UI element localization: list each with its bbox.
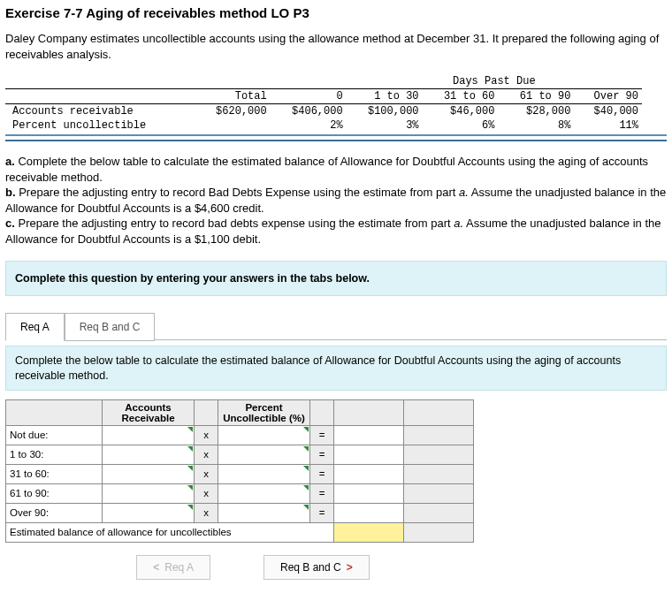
input-pct-not-due[interactable] bbox=[218, 425, 310, 445]
input-pct-1-30[interactable] bbox=[218, 445, 310, 464]
dropdown-icon bbox=[303, 485, 309, 491]
times-icon: x bbox=[195, 503, 218, 522]
prev-label: Req A bbox=[164, 561, 194, 574]
row-pct-label: Percent uncollectible bbox=[5, 118, 195, 133]
pct-0: 2% bbox=[271, 118, 347, 133]
instruction-panel: Complete this question by entering your … bbox=[5, 261, 667, 296]
row-not-due: Not due: bbox=[6, 425, 103, 445]
row-61-90: 61 to 90: bbox=[6, 483, 103, 503]
tab-req-a[interactable]: Req A bbox=[5, 313, 65, 341]
equals-icon: = bbox=[310, 483, 334, 503]
dropdown-icon bbox=[303, 466, 309, 471]
col-total: Total bbox=[195, 89, 271, 104]
ar-1-30: $100,000 bbox=[347, 104, 423, 119]
input-pct-61-90[interactable] bbox=[218, 483, 310, 503]
times-icon: x bbox=[195, 425, 218, 445]
pct-31-60: 6% bbox=[423, 118, 499, 133]
row-1-30: 1 to 30: bbox=[6, 445, 103, 464]
dropdown-icon bbox=[187, 505, 193, 510]
times-icon: x bbox=[195, 464, 218, 483]
dropdown-icon bbox=[187, 485, 193, 491]
input-ar-not-due[interactable] bbox=[103, 425, 195, 445]
equals-icon: = bbox=[310, 445, 334, 464]
col-61-90: 61 to 90 bbox=[498, 89, 574, 104]
ar-total: $620,000 bbox=[195, 104, 271, 119]
equals-icon: = bbox=[310, 425, 334, 445]
chevron-left-icon: < bbox=[153, 561, 159, 574]
input-pct-over-90[interactable] bbox=[218, 503, 310, 522]
input-ar-31-60[interactable] bbox=[103, 464, 195, 483]
answer-table: Accounts Receivable Percent Uncollectibl… bbox=[5, 399, 474, 543]
tab-instruction: Complete the below table to calculate th… bbox=[5, 346, 667, 391]
ar-61-90: $28,000 bbox=[498, 104, 574, 119]
dropdown-icon bbox=[303, 427, 309, 432]
dropdown-icon bbox=[187, 466, 193, 471]
th-accounts-receivable: Accounts Receivable bbox=[103, 399, 195, 425]
days-past-due-header: Days Past Due bbox=[347, 74, 642, 89]
pct-over-90: 11% bbox=[574, 118, 642, 133]
tabs: Req A Req B and C bbox=[5, 312, 667, 340]
dropdown-icon bbox=[187, 427, 193, 432]
next-button[interactable]: Req B and C > bbox=[263, 555, 370, 580]
input-ar-61-90[interactable] bbox=[103, 483, 195, 503]
dropdown-icon bbox=[303, 505, 309, 510]
col-1-30: 1 to 30 bbox=[347, 89, 423, 104]
input-pct-31-60[interactable] bbox=[218, 464, 310, 483]
intro-text: Daley Company estimates uncollectible ac… bbox=[5, 31, 667, 62]
question-parts: a. Complete the below table to calculate… bbox=[5, 154, 667, 247]
input-ar-over-90[interactable] bbox=[103, 503, 195, 522]
footer-label: Estimated balance of allowance for uncol… bbox=[6, 522, 334, 542]
col-over-90: Over 90 bbox=[574, 89, 642, 104]
input-ar-1-30[interactable] bbox=[103, 445, 195, 464]
ar-0: $406,000 bbox=[271, 104, 347, 119]
row-ar-label: Accounts receivable bbox=[5, 104, 195, 119]
equals-icon: = bbox=[310, 464, 334, 483]
result-over-90 bbox=[334, 503, 404, 522]
result-31-60 bbox=[334, 464, 404, 483]
ar-31-60: $46,000 bbox=[423, 104, 499, 119]
col-0: 0 bbox=[271, 89, 347, 104]
result-1-30 bbox=[334, 445, 404, 464]
ar-over-90: $40,000 bbox=[574, 104, 642, 119]
pct-1-30: 3% bbox=[347, 118, 423, 133]
result-not-due bbox=[334, 425, 404, 445]
equals-icon: = bbox=[310, 503, 334, 522]
result-total bbox=[334, 522, 404, 542]
prev-button[interactable]: < Req A bbox=[136, 555, 210, 580]
dropdown-icon bbox=[303, 446, 309, 452]
result-61-90 bbox=[334, 483, 404, 503]
chevron-right-icon: > bbox=[347, 561, 353, 574]
times-icon: x bbox=[195, 483, 218, 503]
page-title: Exercise 7-7 Aging of receivables method… bbox=[5, 5, 667, 20]
tab-req-b-and-c[interactable]: Req B and C bbox=[65, 313, 156, 341]
nav-buttons: < Req A Req B and C > bbox=[5, 555, 500, 580]
dropdown-icon bbox=[187, 446, 193, 452]
row-31-60: 31 to 60: bbox=[6, 464, 103, 483]
next-label: Req B and C bbox=[280, 561, 341, 574]
row-over-90: Over 90: bbox=[6, 503, 103, 522]
aging-table: Days Past Due Total 0 1 to 30 31 to 60 6… bbox=[5, 74, 667, 136]
pct-61-90: 8% bbox=[498, 118, 574, 133]
times-icon: x bbox=[195, 445, 218, 464]
th-percent-uncollectible: Percent Uncollectible (%) bbox=[218, 399, 310, 425]
col-31-60: 31 to 60 bbox=[423, 89, 499, 104]
